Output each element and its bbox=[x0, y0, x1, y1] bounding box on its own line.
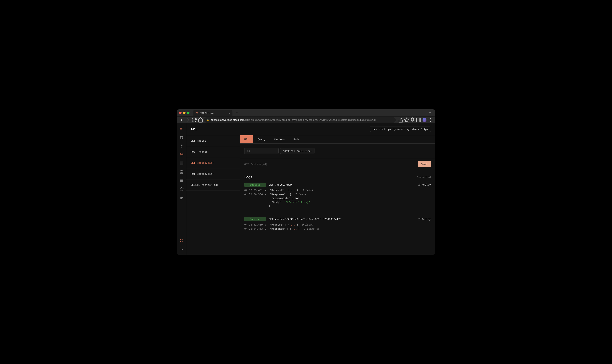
svg-point-26 bbox=[180, 196, 182, 198]
routes-panel: API GET /notes POST /notes GET /notes/{i… bbox=[186, 123, 240, 255]
tab-close-icon[interactable]: × bbox=[229, 112, 230, 115]
lock-icon: 🔒 bbox=[206, 118, 209, 121]
nav-back-button[interactable] bbox=[179, 117, 184, 123]
stacks-icon[interactable] bbox=[180, 135, 184, 139]
nav-forward-button[interactable] bbox=[185, 117, 191, 123]
browser-window: SST Console × + 🔒 console.serverless-sta… bbox=[177, 109, 435, 255]
new-tab-button[interactable]: + bbox=[234, 110, 239, 115]
kebab-menu-icon[interactable] bbox=[428, 117, 433, 123]
address-bar[interactable]: 🔒 console.serverless-stack.com/crud-api-… bbox=[204, 117, 396, 123]
route-item-delete-notes-id[interactable]: DELETE /notes/{id} bbox=[186, 180, 240, 191]
timestamp: 04:28:52.459 bbox=[244, 223, 262, 226]
svg-point-28 bbox=[181, 240, 182, 241]
nav-home-button[interactable] bbox=[198, 117, 203, 123]
param-name-input[interactable] bbox=[244, 148, 279, 154]
replay-button[interactable]: Replay bbox=[418, 218, 431, 221]
tabs-menu-button[interactable] bbox=[427, 110, 433, 116]
toolbar-right bbox=[398, 117, 433, 123]
database-icon[interactable] bbox=[180, 170, 184, 174]
status-badge: Success bbox=[244, 182, 266, 187]
svg-marker-2 bbox=[404, 117, 409, 122]
window-maximize-button[interactable] bbox=[187, 112, 190, 114]
users-icon[interactable] bbox=[180, 196, 184, 200]
request-tabs: URL Query Headers Body bbox=[240, 135, 435, 143]
svg-point-22 bbox=[183, 190, 183, 191]
tab-query[interactable]: Query bbox=[253, 135, 270, 143]
send-button[interactable]: Send bbox=[418, 161, 431, 167]
tab-url[interactable]: URL bbox=[240, 135, 253, 143]
main-header: dev-crud-api-dynamodb-my-stack / Api bbox=[240, 123, 435, 135]
copy-icon[interactable]: ⧉ bbox=[317, 227, 319, 231]
profile-avatar[interactable] bbox=[422, 117, 427, 123]
theme-icon[interactable] bbox=[180, 238, 184, 243]
timestamp: 04:32:03.451 bbox=[244, 189, 262, 192]
log-entry: Success GET /notes/ABCD Replay 04:32:03.… bbox=[240, 182, 435, 213]
svg-point-7 bbox=[430, 121, 431, 122]
connection-status: Connected bbox=[417, 176, 431, 179]
functions-icon[interactable] bbox=[180, 144, 184, 148]
page-title: API bbox=[186, 123, 240, 135]
logs-title: Logs bbox=[244, 175, 252, 179]
svg-point-27 bbox=[182, 197, 183, 198]
browser-tab[interactable]: SST Console × bbox=[193, 110, 232, 117]
timestamp: 04:32:06.336 bbox=[244, 193, 262, 196]
caret-down-icon: ▼ bbox=[265, 194, 267, 195]
svg-marker-8 bbox=[180, 136, 183, 137]
svg-point-23 bbox=[181, 191, 182, 191]
svg-marker-19 bbox=[180, 188, 183, 191]
logo-icon[interactable] bbox=[180, 127, 184, 130]
log-path: GET /notes/ABCD bbox=[269, 183, 292, 186]
svg-point-20 bbox=[181, 187, 182, 188]
send-row: GET /notes/{id} Send bbox=[240, 158, 435, 171]
svg-point-6 bbox=[430, 119, 431, 120]
route-item-put-notes-id[interactable]: PUT /notes/{id} bbox=[186, 169, 240, 180]
tab-title: SST Console bbox=[200, 112, 214, 115]
url-params bbox=[240, 143, 435, 158]
window-minimize-button[interactable] bbox=[183, 112, 186, 114]
svg-point-18 bbox=[180, 170, 183, 171]
log-response-line[interactable]: 04:28:54.463 ▶ "Response": {...} 2 items… bbox=[244, 227, 431, 231]
route-item-get-notes-id[interactable]: GET /notes/{id} bbox=[186, 157, 240, 169]
nav-reload-button[interactable] bbox=[191, 117, 197, 123]
caret-right-icon: ▶ bbox=[265, 224, 267, 226]
extensions-icon[interactable] bbox=[410, 117, 415, 123]
icon-sidebar bbox=[177, 123, 186, 255]
log-path: GET /notes/a3d99ca0-aa61-11ec-832b-d7008… bbox=[269, 218, 341, 221]
svg-marker-9 bbox=[180, 144, 183, 148]
side-panel-icon[interactable] bbox=[416, 117, 421, 123]
main-panel: dev-crud-api-dynamodb-my-stack / Api URL… bbox=[240, 123, 435, 255]
svg-rect-3 bbox=[417, 118, 421, 122]
caret-right-icon: ▶ bbox=[265, 189, 267, 192]
route-item-get-notes[interactable]: GET /notes bbox=[186, 135, 240, 146]
window-close-button[interactable] bbox=[179, 112, 182, 114]
svg-rect-13 bbox=[180, 162, 183, 165]
app-content: API GET /notes POST /notes GET /notes/{i… bbox=[177, 123, 435, 255]
svg-point-21 bbox=[183, 188, 183, 189]
tables-icon[interactable] bbox=[180, 161, 184, 165]
response-body: "statusCode" : 404 "body" : "{"error":tr… bbox=[272, 197, 431, 208]
route-item-post-notes[interactable]: POST /notes bbox=[186, 146, 240, 157]
replay-button[interactable]: Replay bbox=[418, 183, 431, 186]
log-request-line[interactable]: 04:32:03.451 ▶ "Request": {...} 9 items bbox=[244, 189, 431, 192]
buckets-icon[interactable] bbox=[180, 179, 184, 182]
graphql-icon[interactable] bbox=[180, 187, 184, 191]
bookmark-star-icon[interactable] bbox=[404, 117, 409, 123]
svg-rect-0 bbox=[196, 113, 198, 114]
param-value-input[interactable] bbox=[280, 148, 314, 154]
tab-headers[interactable]: Headers bbox=[270, 135, 289, 143]
caret-right-icon: ▶ bbox=[265, 228, 267, 230]
tab-body[interactable]: Body bbox=[289, 135, 304, 143]
share-icon[interactable] bbox=[398, 117, 404, 123]
timestamp: 04:28:54.463 bbox=[244, 227, 262, 230]
svg-point-25 bbox=[180, 188, 180, 189]
traffic-lights bbox=[179, 112, 190, 114]
breadcrumb[interactable]: dev-crud-api-dynamodb-my-stack / Api bbox=[370, 126, 431, 132]
log-response-line[interactable]: 04:32:06.336 ▼ "Response": { 2 items bbox=[244, 193, 431, 196]
log-request-line[interactable]: 04:28:52.459 ▶ "Request": {...} 9 items bbox=[244, 223, 431, 226]
svg-point-5 bbox=[430, 118, 431, 118]
log-entry: Success GET /notes/a3d99ca0-aa61-11ec-83… bbox=[240, 216, 435, 236]
svg-point-24 bbox=[180, 190, 180, 191]
collapse-icon[interactable] bbox=[180, 247, 184, 251]
api-icon[interactable] bbox=[180, 153, 184, 156]
tab-favicon-icon bbox=[195, 112, 198, 115]
